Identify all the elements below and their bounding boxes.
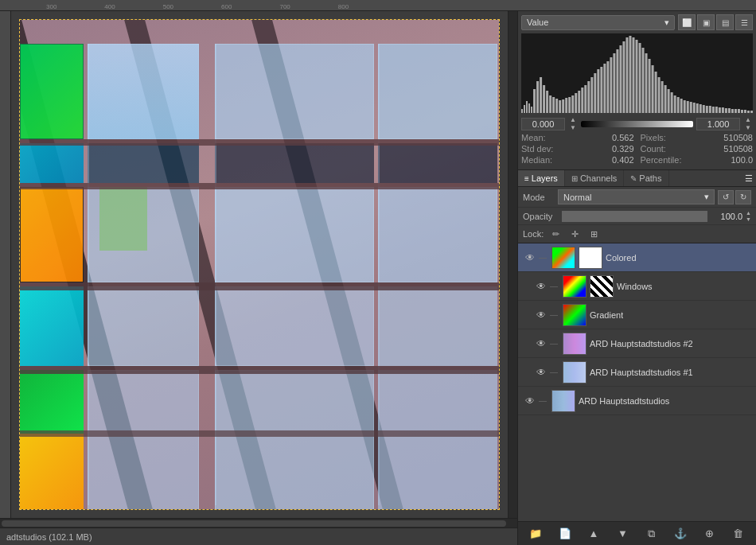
pixels-label: Pixels: [641,133,666,142]
svg-rect-35 [629,36,631,113]
range-max-up-arrow[interactable]: ▲ [745,116,751,123]
ruler-marks: 300 400 500 600 700 800 [11,0,352,10]
opacity-slider[interactable] [562,211,707,222]
layer-visibility-toggle[interactable]: 👁 [534,365,548,380]
histogram-action-2[interactable]: ▣ [697,14,715,30]
vertical-scrollbar[interactable] [508,11,517,518]
duplicate-layer-btn[interactable]: ⧉ [643,525,661,543]
histogram-menu[interactable]: ☰ [735,14,753,30]
channel-dropdown[interactable]: Value ▾ [521,15,675,30]
svg-rect-33 [622,41,625,113]
building-background [20,20,499,509]
paths-tab-label: Paths [639,173,661,183]
histogram-action-3[interactable]: ▤ [716,14,734,30]
svg-rect-44 [658,77,661,113]
ruler-mark: 800 [338,3,349,10]
svg-rect-15 [565,98,567,113]
layer-item[interactable]: 👁 — ARD Hauptstadtstudios #2 [518,329,756,358]
range-up-arrow[interactable]: ▲ [570,116,576,123]
svg-rect-8 [543,85,545,113]
range-max-down-arrow[interactable]: ▼ [745,124,751,131]
layer-item[interactable]: 👁 — ARD Hauptstadtstudios #1 [518,358,756,387]
layers-tab-label: Layers [532,173,558,183]
move-layer-up-btn[interactable]: ▲ [585,525,602,543]
layer-visibility-toggle[interactable]: 👁 [523,394,537,408]
panel-tab-menu[interactable]: ☰ [742,172,756,185]
new-layer-btn[interactable]: 📄 [556,525,574,543]
lock-image-btn[interactable]: ✛ [567,228,582,240]
tab-channels[interactable]: ⊞ Channels [565,170,624,186]
layer-item[interactable]: 👁 — Colored [518,243,756,272]
layer-visibility-toggle[interactable]: 👁 [534,337,548,351]
panel-menu-icon[interactable]: ☰ [745,173,753,183]
layer-item[interactable]: 👁 — ARD Hauptstadtstudios [518,387,756,415]
layer-chain: — [548,368,559,376]
svg-rect-59 [706,106,708,113]
canvas-wrapper [0,11,517,518]
delete-layer-btn[interactable]: 🗑 [730,525,747,543]
layer-item[interactable]: 👁 — Windows [518,272,756,301]
chevron-down-icon: ▾ [704,192,709,202]
mode-dropdown[interactable]: Normal ▾ [558,189,715,204]
stddev-label: Std dev: [521,144,553,154]
layer-thumbnail [563,333,586,355]
mode-undo-btn[interactable]: ↺ [718,190,734,204]
svg-rect-48 [671,92,673,113]
layer-visibility-toggle[interactable]: 👁 [523,251,537,265]
layer-thumbnail [563,304,586,326]
histogram-bars [521,33,753,113]
histogram-header: Value ▾ ⬜ ▣ ▤ ☰ [521,14,753,30]
lock-pixels-btn[interactable]: ✏ [548,228,563,240]
anchor-layer-btn[interactable]: ⚓ [672,525,689,543]
svg-rect-43 [655,72,657,113]
histogram-action-1[interactable]: ⬜ [678,14,696,30]
layer-visibility-toggle[interactable]: 👁 [534,308,548,322]
range-min-input[interactable]: 0.000 [521,118,565,130]
layer-mask-thumbnail [579,247,602,269]
svg-rect-60 [709,106,711,113]
opacity-down-arrow[interactable]: ▼ [746,216,751,223]
channels-tab-label: Channels [580,173,617,183]
opacity-value: 100.0 [711,212,742,221]
move-layer-down-btn[interactable]: ▼ [614,525,631,543]
tab-layers[interactable]: ≡ Layers [518,170,565,186]
scrollbar-track[interactable] [2,520,506,527]
lock-position-btn[interactable]: ⊞ [586,228,601,240]
opacity-up-arrow[interactable]: ▲ [746,210,751,216]
horizontal-scrollbar[interactable] [0,518,517,527]
svg-rect-9 [546,91,548,113]
layer-name: ARD Hauptstadtstudios #2 [590,339,693,348]
svg-rect-36 [632,37,634,113]
svg-rect-16 [568,97,571,113]
canvas-image [19,19,500,510]
svg-rect-61 [712,107,715,113]
stat-mean: Mean: 0.562 [521,133,634,142]
svg-rect-31 [616,49,618,113]
ruler-top: 300 400 500 600 700 800 [0,0,756,11]
mode-redo-btn[interactable]: ↻ [735,190,751,204]
canvas-content[interactable] [11,11,508,518]
svg-rect-56 [696,103,699,113]
svg-rect-25 [597,69,599,113]
layer-name: Colored [606,253,637,263]
new-layer-group-btn[interactable]: 📁 [527,525,544,543]
svg-rect-10 [549,95,551,113]
opacity-row: Opacity 100.0 ▲ ▼ [518,207,756,224]
layer-thumbnail [551,390,575,412]
range-down-arrow[interactable]: ▼ [570,124,576,131]
layer-name: Windows [617,282,653,291]
svg-rect-3 [528,103,530,113]
tab-paths[interactable]: ✎ Paths [624,170,668,186]
layer-visibility-toggle[interactable]: 👁 [534,279,548,294]
stat-stddev: Std dev: 0.329 [521,144,634,154]
pixels-value: 510508 [723,133,753,142]
layer-thumbnail [551,247,575,269]
percentile-label: Percentile: [641,155,682,165]
status-bar: adtstudios (102.1 MB) [0,527,517,545]
chevron-down-icon: ▾ [664,18,669,28]
svg-rect-20 [581,88,583,113]
merge-layer-btn[interactable]: ⊕ [700,525,718,543]
layer-item[interactable]: 👁 — Gradient [518,301,756,329]
svg-rect-30 [613,53,615,113]
range-max-input[interactable]: 1.000 [696,118,740,130]
